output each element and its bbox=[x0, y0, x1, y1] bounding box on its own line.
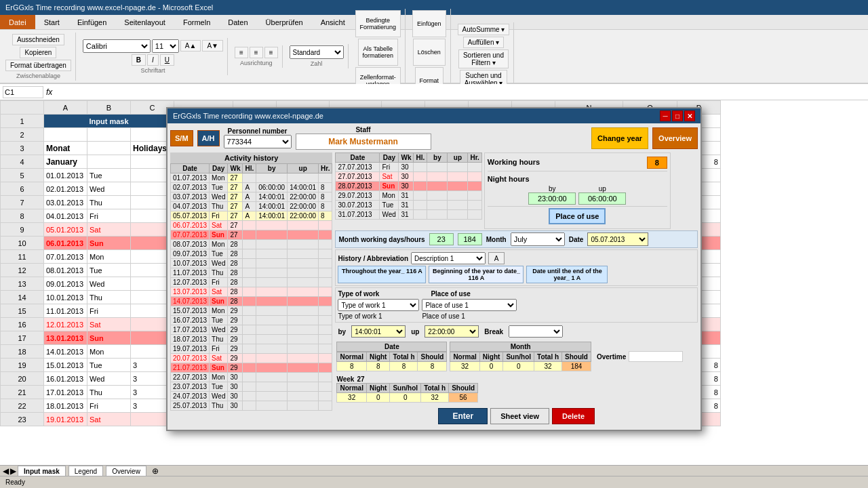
act-up bbox=[288, 221, 319, 230]
modal-minimize-btn[interactable]: ─ bbox=[660, 110, 671, 121]
list-item[interactable]: 18.07.2013 Thu 29 bbox=[171, 335, 332, 344]
toggle-ah-btn[interactable]: A/H bbox=[197, 130, 220, 146]
modal-close-btn[interactable]: ✕ bbox=[684, 110, 695, 121]
list-item[interactable]: 14.07.2013 Sun 28 bbox=[171, 297, 332, 306]
fullen-btn[interactable]: Auffüllen ▾ bbox=[463, 37, 505, 48]
sheet-tab-overview[interactable]: Overview bbox=[106, 466, 146, 476]
pou-select[interactable]: Place of use 1 bbox=[422, 299, 517, 311]
sheet-tab-input-mask[interactable]: Input mask bbox=[18, 466, 66, 476]
loschen-btn[interactable]: Löschen bbox=[413, 39, 446, 66]
align-center-btn[interactable]: ≡ bbox=[250, 47, 263, 58]
night-up-input[interactable] bbox=[578, 192, 626, 205]
list-item[interactable]: 29.07.2013 Mon 31 bbox=[336, 191, 481, 201]
list-item[interactable]: 20.07.2013 Sat 29 bbox=[171, 354, 332, 363]
modal-maximize-btn[interactable]: □ bbox=[672, 110, 683, 121]
list-item[interactable]: 01.07.2013 Mon 27 bbox=[171, 174, 332, 183]
tab-start[interactable]: Start bbox=[35, 15, 68, 29]
list-item[interactable]: 23.07.2013 Tue 30 bbox=[171, 382, 332, 392]
align-right-btn[interactable]: ≡ bbox=[264, 47, 278, 58]
add-sheet-btn[interactable]: ⊕ bbox=[152, 466, 159, 476]
act-up bbox=[288, 174, 319, 183]
tab-datei[interactable]: Datei bbox=[0, 15, 35, 29]
tab-formeln[interactable]: Formeln bbox=[174, 15, 219, 29]
list-item[interactable]: 06.07.2013 Sat 27 bbox=[171, 221, 332, 230]
kopieren-btn[interactable]: Kopieren bbox=[20, 47, 56, 58]
personnel-select[interactable]: 773344 bbox=[224, 135, 292, 148]
list-item[interactable]: 27.07.2013 Fri 30 bbox=[336, 163, 481, 172]
tab-daten[interactable]: Daten bbox=[219, 15, 256, 29]
tab-seitenlayout[interactable]: Seitenlayout bbox=[115, 15, 174, 29]
font-select[interactable]: Calibri bbox=[83, 39, 151, 53]
number-format-select[interactable]: Standard bbox=[290, 45, 344, 59]
by-select[interactable]: 14:00:01 bbox=[351, 325, 406, 338]
list-item[interactable]: 04.07.2013 Thu 27 A 14:00:01 22:00:00 8 bbox=[171, 202, 332, 211]
formula-input[interactable] bbox=[55, 86, 865, 98]
sortieren-btn[interactable]: Sortieren undFiltern ▾ bbox=[458, 49, 509, 68]
list-item[interactable]: 30.07.2013 Tue 31 bbox=[336, 201, 481, 210]
list-item[interactable]: 05.07.2013 Fri 27 A 14:00:01 22:00:00 8 bbox=[171, 211, 332, 221]
list-item[interactable]: 19.07.2013 Fri 29 bbox=[171, 344, 332, 354]
list-item[interactable]: 10.07.2013 Wed 28 bbox=[171, 259, 332, 268]
up-select[interactable]: 22:00:00 bbox=[425, 325, 479, 338]
font-grow-btn[interactable]: A▲ bbox=[180, 40, 201, 52]
overview-btn[interactable]: Overview bbox=[652, 127, 698, 149]
list-item[interactable]: 03.07.2013 Wed 27 A 14:00:01 22:00:00 8 bbox=[171, 192, 332, 202]
act-day: Wed bbox=[210, 325, 228, 335]
overtime-input[interactable] bbox=[629, 351, 683, 362]
tab-einfugen[interactable]: Einfügen bbox=[68, 15, 115, 29]
list-item[interactable]: 24.07.2013 Wed 30 bbox=[171, 392, 332, 401]
scroll-left-btn[interactable]: ◀ bbox=[3, 466, 9, 476]
italic-btn[interactable]: I bbox=[147, 54, 159, 66]
delete-btn[interactable]: Delete bbox=[552, 408, 595, 424]
tow-select[interactable]: Type of work 1 bbox=[338, 299, 419, 311]
list-item[interactable]: 31.07.2013 Wed 31 bbox=[336, 210, 481, 220]
als-tabelle-btn[interactable]: Als Tabelleformatieren bbox=[358, 39, 399, 66]
act-hr bbox=[319, 268, 332, 278]
date-select[interactable]: 05.07.2013 bbox=[587, 232, 648, 246]
list-item[interactable]: 17.07.2013 Wed 29 bbox=[171, 325, 332, 335]
night-by-input[interactable] bbox=[528, 192, 576, 205]
hist-abbrev-btn[interactable]: A bbox=[488, 252, 505, 264]
list-item[interactable]: 27.07.2013 Sat 30 bbox=[336, 172, 481, 182]
ausschneiden-btn[interactable]: Ausschneiden bbox=[12, 34, 64, 45]
change-year-btn[interactable]: Change year bbox=[591, 127, 648, 149]
list-item[interactable]: 07.07.2013 Sun 27 bbox=[171, 230, 332, 240]
list-item[interactable]: 12.07.2013 Fri 28 bbox=[171, 278, 332, 287]
list-item[interactable]: 02.07.2013 Tue 27 A 06:00:00 14:00:01 8 bbox=[171, 183, 332, 192]
place-of-use-main-btn[interactable]: Place of use bbox=[549, 208, 606, 224]
enter-btn[interactable]: Enter bbox=[438, 408, 488, 424]
list-item[interactable]: 28.07.2013 Sun 30 bbox=[336, 182, 481, 191]
autosumme-btn[interactable]: AutoSumme ▾ bbox=[458, 24, 510, 35]
sheet-tab-legend[interactable]: Legend bbox=[68, 466, 103, 476]
list-item[interactable]: 25.07.2013 Thu 30 bbox=[171, 401, 332, 411]
list-item[interactable]: 11.07.2013 Thu 28 bbox=[171, 268, 332, 278]
font-shrink-btn[interactable]: A▼ bbox=[202, 40, 223, 52]
hist-select[interactable]: Description 1 bbox=[411, 252, 486, 264]
einfugen-cells-btn[interactable]: Einfügen bbox=[412, 10, 446, 37]
scrollbar-horizontal[interactable]: ◀ ▶ Input mask Legend Overview ⊕ bbox=[0, 465, 868, 476]
cell-ref-input[interactable] bbox=[3, 86, 43, 98]
list-item[interactable]: 13.07.2013 Sat 28 bbox=[171, 287, 332, 297]
toggle-sm-btn[interactable]: S/M bbox=[170, 130, 193, 146]
bold-btn[interactable]: B bbox=[132, 54, 146, 66]
month-select[interactable]: July bbox=[511, 232, 565, 246]
list-item[interactable]: 21.07.2013 Sun 29 bbox=[171, 363, 332, 373]
act-up bbox=[288, 344, 319, 354]
list-item[interactable]: 22.07.2013 Mon 30 bbox=[171, 373, 332, 382]
w-normal-val: 32 bbox=[337, 393, 366, 403]
sheet-view-btn[interactable]: Sheet view bbox=[490, 408, 549, 424]
align-left-btn[interactable]: ≡ bbox=[235, 47, 248, 58]
tab-uberprufen[interactable]: Überprüfen bbox=[257, 15, 312, 29]
underline-btn[interactable]: U bbox=[160, 54, 174, 66]
list-item[interactable]: 15.07.2013 Mon 29 bbox=[171, 306, 332, 316]
break-select[interactable] bbox=[509, 325, 563, 338]
staff-name-input[interactable] bbox=[296, 134, 431, 150]
list-item[interactable]: 09.07.2013 Tue 28 bbox=[171, 249, 332, 259]
size-select[interactable]: 11 bbox=[152, 39, 179, 53]
scroll-right-btn[interactable]: ▶ bbox=[10, 466, 16, 476]
bedingte-formatierung-btn[interactable]: BedingteFormatierung bbox=[355, 10, 401, 37]
format-btn[interactable]: Format übertragen bbox=[5, 60, 71, 71]
tab-ansicht[interactable]: Ansicht bbox=[312, 15, 354, 29]
list-item[interactable]: 08.07.2013 Mon 28 bbox=[171, 240, 332, 249]
list-item[interactable]: 16.07.2013 Tue 29 bbox=[171, 316, 332, 325]
